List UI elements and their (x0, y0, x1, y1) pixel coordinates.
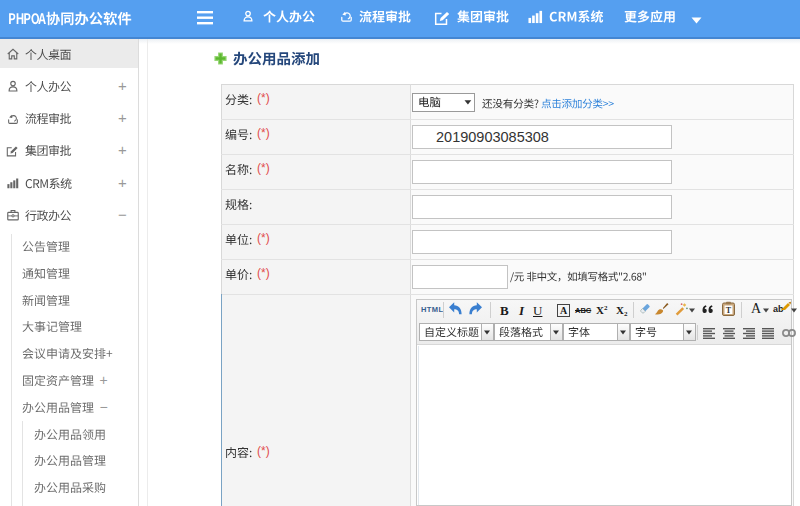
svg-text:T: T (726, 306, 732, 315)
